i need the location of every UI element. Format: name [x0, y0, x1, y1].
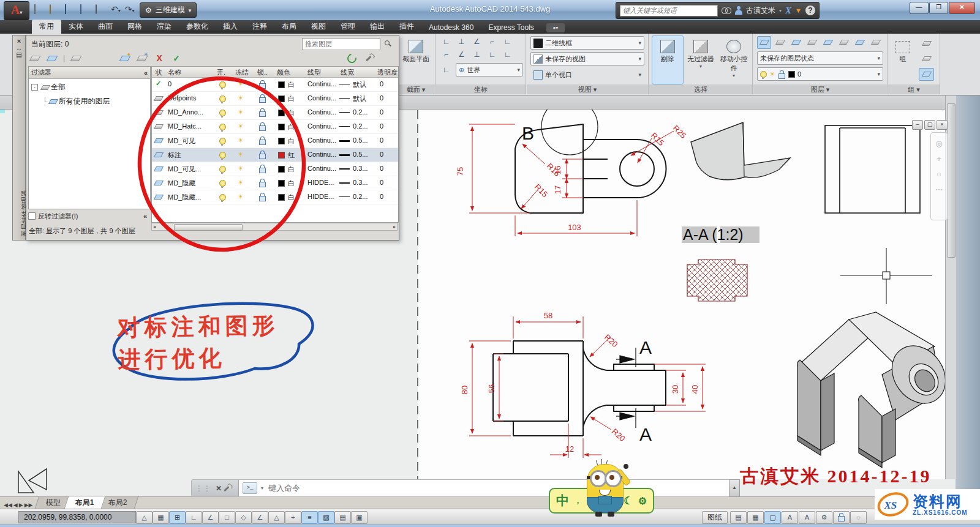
last-layout-icon[interactable]: ▶▶ — [24, 502, 33, 508]
open-file-icon[interactable] — [50, 5, 61, 15]
isolate-objects-icon[interactable]: ◌ — [850, 511, 867, 524]
layer-lineweight[interactable]: 默认 — [353, 94, 366, 103]
layer-lineweight[interactable]: 0.2... — [353, 193, 368, 200]
layer-transparency[interactable]: 0 — [380, 193, 383, 200]
drag-grip-icon[interactable]: ⋮⋮ — [195, 484, 211, 493]
selection-filter-button[interactable]: 无过滤器 ▾ — [685, 36, 717, 84]
3d-object-snap-icon[interactable]: ◇ — [235, 511, 252, 524]
help-icon[interactable]: ? — [805, 6, 815, 15]
zoom-icon[interactable]: ○ — [937, 170, 941, 179]
layer-transparency[interactable]: 0 — [380, 151, 383, 158]
gizmo-button[interactable]: 移动小控件 ▾ — [718, 36, 750, 84]
steering-wheel-icon[interactable]: ◎ — [935, 139, 942, 148]
column-header-7[interactable]: 线宽 — [341, 68, 354, 77]
panel-label-view[interactable]: 视图 ▾ — [527, 84, 648, 94]
drawing-close-button[interactable]: × — [937, 120, 948, 130]
ucs-tool-icon-1[interactable]: ⊥ — [454, 36, 469, 48]
ime-language-indicator[interactable]: 中 — [556, 492, 569, 509]
refresh-icon[interactable] — [345, 53, 358, 64]
layer-tool-icon-7[interactable] — [869, 36, 883, 49]
ribbon-tab-参数化[interactable]: 参数化 — [179, 20, 216, 34]
ribbon-tab-插入[interactable]: 插入 — [216, 20, 245, 34]
ucs-tool-icon-0[interactable]: ∟ — [439, 36, 454, 48]
annotation-visibility-icon[interactable]: ▢ — [764, 511, 781, 524]
ribbon-tab-常用[interactable]: 常用 — [32, 20, 61, 34]
layer-transparency[interactable]: 0 — [380, 136, 383, 144]
redo-icon[interactable]: ↷▾ — [125, 4, 135, 16]
autodesk360-download-icon[interactable]: ▼ — [795, 7, 802, 14]
layout-quick-view-icon[interactable]: ▤ — [730, 511, 747, 524]
invert-filter-checkbox[interactable] — [28, 212, 36, 220]
new-group-filter-icon[interactable] — [46, 53, 58, 64]
column-header-8[interactable]: 透明度 — [377, 68, 398, 77]
layer-tool-icon-2[interactable] — [789, 36, 803, 49]
command-settings-icon[interactable] — [224, 485, 230, 491]
ucs-tool-icon-9[interactable]: ∟ — [500, 48, 515, 61]
ortho-mode-icon[interactable]: ∟ — [186, 511, 202, 524]
autoscale-icon[interactable]: A — [782, 511, 798, 524]
panel-label-selection[interactable]: 选择 — [649, 84, 752, 94]
ribbon-tab-曲面[interactable]: 曲面 — [91, 20, 120, 34]
navigation-bar[interactable]: ◎ + ○ ⋯ — [930, 132, 948, 220]
signed-in-user[interactable]: 古滇艾米 — [746, 6, 775, 16]
paper-model-toggle[interactable]: 图纸 — [702, 511, 728, 524]
visual-style-dropdown[interactable]: 二维线框 ▾ — [530, 36, 644, 50]
panel-label-layers[interactable]: 图层 ▾ — [753, 84, 887, 94]
ribbon-tab-布局[interactable]: 布局 — [274, 20, 304, 34]
layer-transparency[interactable]: 0 — [380, 179, 383, 186]
dynamic-input-icon[interactable]: + — [285, 511, 301, 524]
layer-transparency[interactable]: 0 — [380, 165, 383, 172]
layout-tab-布局1[interactable]: 布局1 — [64, 496, 105, 509]
ucs-tool-icon-7[interactable]: ⊥ — [469, 48, 484, 61]
new-layer-icon[interactable]: ✦ — [119, 53, 131, 64]
palette-autohide-icon[interactable]: ↔ — [13, 45, 25, 51]
drawing-quick-view-icon[interactable]: ▦ — [747, 511, 764, 524]
layer-tool-icon-4[interactable] — [821, 36, 835, 49]
ime-gear-icon[interactable]: ⚙ — [638, 495, 647, 507]
current-layer-dropdown[interactable]: ☀ 0 ▾ — [757, 67, 883, 81]
layer-tool-icon-6[interactable] — [853, 36, 867, 49]
layer-tool-icon-0[interactable] — [757, 36, 771, 49]
next-layout-icon[interactable]: ▶ — [19, 502, 23, 508]
ucs-tool-icon-8[interactable]: ∟ — [484, 48, 500, 61]
exchange-apps-icon[interactable]: X — [785, 6, 791, 16]
layer-lineweight[interactable]: 0.2... — [353, 108, 368, 116]
save-icon[interactable] — [65, 5, 76, 15]
layer-lineweight[interactable]: 0.3... — [353, 165, 368, 172]
pan-icon[interactable]: + — [937, 154, 941, 163]
chevron-down-icon[interactable]: ▾ — [779, 8, 782, 13]
layer-state-dropdown[interactable]: 未保存的图层状态 ▾ — [757, 51, 883, 65]
quick-properties-icon[interactable]: ▤ — [334, 511, 351, 524]
layer-search-input[interactable] — [302, 38, 380, 50]
infocenter-search-input[interactable] — [620, 5, 718, 17]
ungroup-icon[interactable] — [919, 37, 934, 50]
layer-transparency[interactable]: 0 — [380, 80, 383, 88]
scrollbar-thumb[interactable] — [947, 103, 956, 258]
maximize-button[interactable]: ❐ — [929, 2, 948, 14]
lineweight-icon[interactable]: ≡ — [301, 511, 318, 524]
toolbar-lock-icon[interactable] — [833, 511, 850, 524]
ribbon-tab-网格[interactable]: 网格 — [120, 20, 149, 34]
ribbon-tab-渲染[interactable]: 渲染 — [149, 20, 179, 34]
layer-tool-icon-1[interactable] — [773, 36, 787, 49]
app-menu-button[interactable]: A▾ — [4, 1, 29, 20]
palette-close-icon[interactable]: × — [13, 37, 25, 45]
palette-properties-icon[interactable]: ▤ — [13, 51, 25, 58]
workspace-switcher[interactable]: ⚙ 三维建模 ▾ — [140, 2, 197, 18]
group-button[interactable]: 组 — [889, 36, 916, 84]
ribbon-tab-输出[interactable]: 输出 — [363, 20, 392, 34]
new-property-filter-icon[interactable] — [29, 53, 41, 64]
grid-display-icon[interactable]: ⊞ — [169, 511, 186, 524]
search-icon[interactable] — [384, 40, 391, 47]
ribbon-tab-Express Tools[interactable]: Express Tools — [481, 21, 541, 34]
command-close-icon[interactable]: ✕ — [216, 484, 222, 493]
ribbon-minimize-toggle[interactable]: ●▾ — [546, 23, 565, 32]
layer-lineweight[interactable]: 0.5... — [353, 151, 368, 158]
infer-constraints-icon[interactable]: △ — [136, 511, 153, 524]
ribbon-tab-管理[interactable]: 管理 — [333, 20, 363, 34]
minimize-button[interactable]: — — [910, 2, 929, 14]
annotation-scale-icon[interactable]: A — [799, 511, 815, 524]
tree-expand-icon[interactable]: - — [31, 84, 38, 91]
command-prompt-icon[interactable]: >_ — [243, 482, 257, 494]
close-button[interactable]: ✕ — [949, 2, 975, 14]
